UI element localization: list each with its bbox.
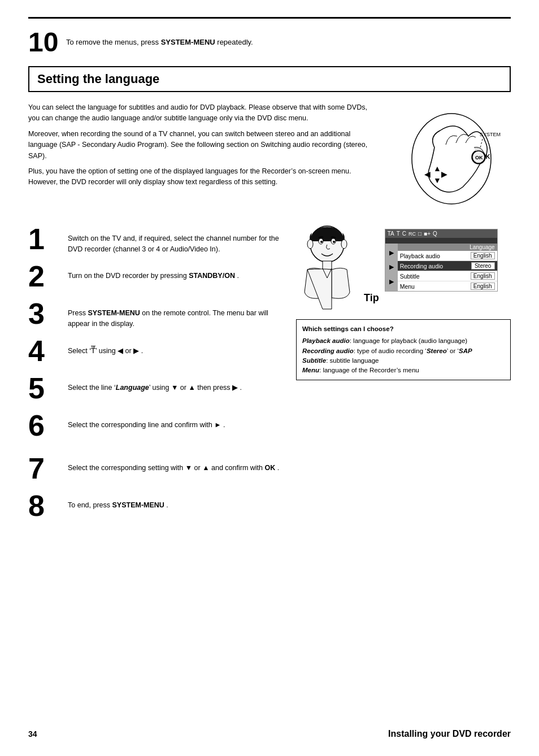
intro-text: You can select the language for subtitle…	[28, 102, 379, 188]
step-10-number: 10	[28, 29, 59, 56]
step-8-text: To end, press SYSTEM-MENU .	[68, 491, 511, 511]
lang-settings-table: TA T C RC □ ■+ Q ▶	[385, 229, 498, 292]
lang-row-recording-label: Recording audio	[400, 263, 471, 270]
lang-row-menu-label: Menu	[400, 283, 471, 290]
step-2-bold: STANDBY/ON	[189, 272, 235, 280]
svg-point-15	[333, 241, 335, 243]
step-3-row: 3 Press SYSTEM-MENU on the remote contro…	[28, 299, 290, 333]
step-2-row: 2 Turn on the DVD recorder by pressing S…	[28, 262, 290, 296]
step-4-number: 4	[28, 336, 68, 366]
svg-text:◀: ◀	[424, 170, 431, 179]
info-item-4: Menu: language of the Recorder’s menu	[302, 366, 505, 375]
lang-table-arrows: ▶ ▶ ▶	[385, 244, 398, 291]
lang-row-menu-value: English	[471, 283, 495, 290]
lang-row-subtitle-value: English	[471, 272, 495, 280]
steps-right-col: Tip TA T C RC □ ■+ Q	[296, 224, 511, 448]
svg-text:▲: ▲	[433, 164, 441, 173]
lang-row-recording: Recording audio Stereo	[398, 261, 497, 271]
steps-lower: 1 Switch on the TV and, if required, sel…	[28, 224, 511, 448]
svg-rect-18	[323, 261, 332, 270]
step-6-row: 6 Select the corresponding line and conf…	[28, 411, 290, 445]
step-2-suffix: .	[235, 272, 239, 280]
step-5-language-word: Language	[116, 384, 149, 392]
step-10-bold: SYSTEM-MENU	[161, 38, 215, 46]
info-item-2: Recording audio: type of audio recording…	[302, 346, 505, 356]
step-8-number: 8	[28, 491, 68, 520]
step-3-bold: SYSTEM-MENU	[88, 309, 140, 317]
info-box-title: Which settings can I choose?	[302, 324, 505, 334]
step-5-number: 5	[28, 373, 68, 403]
step-1-row: 1 Switch on the TV and, if required, sel…	[28, 224, 290, 258]
section-title: Setting the language	[37, 72, 502, 86]
bottom-steps: 7 Select the corresponding setting with …	[28, 454, 511, 525]
lang-row-playback-value: English	[471, 252, 495, 259]
top-rule	[28, 17, 511, 19]
lang-row-recording-value: Stereo	[471, 262, 495, 270]
remote-illustration: SYSTEM OK ◀ ▲ ▼ ▶ OK	[395, 102, 508, 215]
svg-point-17	[341, 240, 347, 249]
step-3-text: Press SYSTEM-MENU on the remote control.…	[68, 299, 290, 329]
svg-text:▼: ▼	[433, 176, 441, 185]
lang-row-subtitle: Subtitle English	[398, 271, 497, 281]
intro-p2: Moreover, when recording the sound of a …	[28, 129, 379, 162]
step-10-prefix: To remove the menus, press	[66, 38, 161, 46]
step-2-number: 2	[28, 262, 68, 291]
footer: 34 Installing your DVD recorder	[28, 729, 511, 739]
intro-p3: Plus, you have the option of setting one…	[28, 166, 379, 188]
step-7-prefix: Select the corresponding setting with ▼ …	[68, 464, 265, 472]
svg-point-16	[307, 240, 313, 249]
step-3-prefix: Press	[68, 309, 88, 317]
lang-table-body: ▶ ▶ ▶ Language Playback audio English	[385, 244, 497, 291]
steps-left-col: 1 Switch on the TV and, if required, sel…	[28, 224, 290, 448]
step-6-number: 6	[28, 411, 68, 440]
step-1-number: 1	[28, 224, 68, 254]
lang-row-menu: Menu English	[398, 281, 497, 291]
info-box: Which settings can I choose? Playback au…	[296, 319, 511, 380]
lang-row-subtitle-label: Subtitle	[400, 273, 471, 280]
step-8-prefix: To end, press	[68, 501, 112, 509]
page-container: 10 To remove the menus, press SYSTEM-MEN…	[0, 0, 539, 756]
info-item-1: Playback audio: language for playback (a…	[302, 336, 505, 346]
info-item-3: Subtitle: subtitle language	[302, 356, 505, 366]
svg-text:▶: ▶	[441, 170, 447, 179]
step-10-row: 10 To remove the menus, press SYSTEM-MEN…	[28, 29, 511, 56]
step-7-suffix: .	[275, 464, 279, 472]
step-7-bold: OK	[265, 464, 276, 472]
lang-table-header: TA T C RC □ ■+ Q	[385, 229, 497, 238]
step-4-text: Select ‘T⃗’ using ◀ or ▶ .	[68, 336, 290, 357]
svg-point-14	[320, 241, 323, 243]
tip-illustration-row: Tip TA T C RC □ ■+ Q	[296, 224, 511, 315]
step-7-number: 7	[28, 454, 68, 483]
tip-label-box: Tip	[364, 292, 379, 304]
intro-text-col: You can select the language for subtitle…	[28, 102, 379, 215]
step-7-text: Select the corresponding setting with ▼ …	[68, 454, 511, 473]
character-illustration	[296, 224, 358, 315]
step-2-text: Turn on the DVD recorder by pressing STA…	[68, 262, 290, 281]
step-10-text: To remove the menus, press SYSTEM-MENU r…	[66, 29, 253, 46]
step-2-prefix: Turn on the DVD recorder by pressing	[68, 272, 189, 280]
section-title-box: Setting the language	[28, 66, 511, 92]
step-4-row: 4 Select ‘T⃗’ using ◀ or ▶ .	[28, 336, 290, 370]
step-10-suffix: repeatedly.	[215, 38, 253, 46]
svg-text:OK: OK	[475, 155, 483, 160]
intro-wrapper: You can select the language for subtitle…	[28, 102, 511, 215]
lang-row-playback-label: Playback audio	[400, 253, 471, 259]
step-1-text: Switch on the TV and, if required, selec…	[68, 224, 290, 255]
step-8-row: 8 To end, press SYSTEM-MENU .	[28, 491, 511, 525]
step-6-text: Select the corresponding line and confir…	[68, 411, 290, 431]
intro-p1: You can select the language for subtitle…	[28, 102, 379, 124]
lang-table-subrow	[385, 238, 497, 244]
tip-label: Tip	[364, 292, 379, 303]
lang-section-header: Language	[398, 244, 497, 251]
step-8-suffix: .	[164, 501, 168, 509]
lang-row-playback: Playback audio English	[398, 251, 497, 261]
step-7-row: 7 Select the corresponding setting with …	[28, 454, 511, 488]
step-5-text: Select the line ‘Language’ using ▼ or ▲ …	[68, 373, 290, 393]
step-3-number: 3	[28, 299, 68, 328]
step-8-bold: SYSTEM-MENU	[112, 501, 164, 509]
footer-title: Installing your DVD recorder	[388, 729, 511, 739]
step-5-row: 5 Select the line ‘Language’ using ▼ or …	[28, 373, 290, 407]
page-number: 34	[28, 729, 37, 738]
remote-col: SYSTEM OK ◀ ▲ ▼ ▶ OK	[392, 102, 511, 215]
lang-table-rows: Language Playback audio English Recordin…	[398, 244, 497, 291]
